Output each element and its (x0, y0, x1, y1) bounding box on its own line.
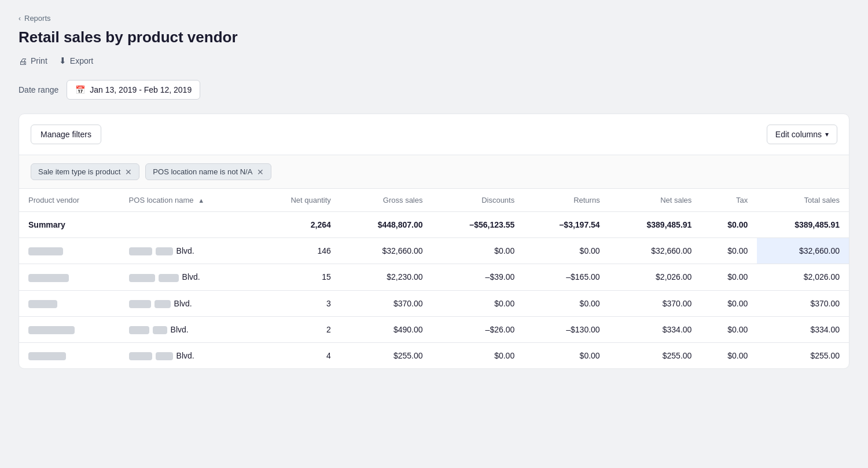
location-redacted-block1 (129, 326, 149, 334)
location-redacted-block1 (129, 300, 151, 308)
returns-cell: –$165.00 (524, 264, 609, 290)
location-suffix: Blvd. (171, 325, 189, 334)
back-arrow-icon: ‹ (19, 14, 21, 23)
returns-cell: $0.00 (524, 238, 609, 264)
breadcrumb[interactable]: ‹ Reports (19, 14, 849, 23)
edit-columns-label: Edit columns (775, 130, 822, 139)
location-cell: Blvd. (120, 316, 256, 342)
net-sales-cell: $32,660.00 (609, 238, 701, 264)
total-sales-cell: $334.00 (757, 316, 849, 342)
print-label: Print (31, 56, 47, 65)
col-gross-sales: Gross sales (340, 189, 432, 212)
location-suffix: Blvd. (176, 351, 194, 360)
gross-sales-cell: $2,230.00 (340, 264, 432, 290)
net-quantity-cell: 4 (255, 343, 340, 369)
location-redacted-block1 (129, 274, 155, 282)
manage-filters-button[interactable]: Manage filters (31, 125, 101, 144)
location-redacted-block1 (129, 247, 152, 255)
discounts-cell: $0.00 (432, 238, 524, 264)
col-total-sales: Total sales (757, 189, 849, 212)
edit-columns-button[interactable]: Edit columns ▾ (767, 125, 837, 144)
toolbar: 🖨 Print ⬇ Export (19, 53, 849, 68)
summary-net-quantity: 2,264 (255, 212, 340, 238)
net-sales-cell: $2,026.00 (609, 264, 701, 290)
location-cell: Blvd. (120, 343, 256, 369)
vendor-redacted-block (28, 326, 75, 334)
filter-tag-label: Sale item type is product (38, 167, 120, 176)
filter-tag-sale-item-type[interactable]: Sale item type is product ✕ (31, 163, 139, 180)
data-table: Product vendor POS location name ▲ Net q… (19, 189, 849, 368)
tax-cell: $0.00 (701, 238, 757, 264)
vendor-cell (19, 264, 120, 290)
location-redacted-block2 (159, 274, 179, 282)
filter-tag-close-icon[interactable]: ✕ (257, 168, 264, 176)
date-row: Date range 📅 Jan 13, 2019 - Feb 12, 2019 (19, 80, 849, 100)
returns-cell: $0.00 (524, 290, 609, 316)
vendor-cell (19, 238, 120, 264)
vendor-cell (19, 316, 120, 342)
col-pos-location[interactable]: POS location name ▲ (120, 189, 256, 212)
col-net-sales: Net sales (609, 189, 701, 212)
manage-filters-label: Manage filters (41, 130, 91, 139)
net-sales-cell: $370.00 (609, 290, 701, 316)
col-net-quantity: Net quantity (255, 189, 340, 212)
filter-tag-pos-location[interactable]: POS location name is not N/A ✕ (145, 163, 271, 180)
print-icon: 🖨 (19, 56, 27, 66)
export-label: Export (70, 56, 93, 65)
breadcrumb-label: Reports (24, 14, 51, 23)
table-row: Blvd.2$490.00–$26.00–$130.00$334.00$0.00… (19, 316, 849, 342)
main-card: Manage filters Edit columns ▾ Sale item … (19, 114, 849, 369)
col-discounts: Discounts (432, 189, 524, 212)
summary-discounts: –$56,123.55 (432, 212, 524, 238)
net-quantity-cell: 15 (255, 264, 340, 290)
summary-total-sales: $389,485.91 (757, 212, 849, 238)
export-button[interactable]: ⬇ Export (59, 53, 93, 68)
summary-row: Summary 2,264 $448,807.00 –$56,123.55 –$… (19, 212, 849, 238)
vendor-cell (19, 290, 120, 316)
summary-gross-sales: $448,807.00 (340, 212, 432, 238)
net-quantity-cell: 2 (255, 316, 340, 342)
col-returns: Returns (524, 189, 609, 212)
net-sales-cell: $334.00 (609, 316, 701, 342)
location-cell: Blvd. (120, 238, 256, 264)
location-suffix: Blvd. (174, 299, 192, 308)
table-row: Blvd.4$255.00$0.00$0.00$255.00$0.00$255.… (19, 343, 849, 369)
export-icon: ⬇ (59, 56, 67, 66)
returns-cell: $0.00 (524, 343, 609, 369)
discounts-cell: –$39.00 (432, 264, 524, 290)
date-range-value: Jan 13, 2019 - Feb 12, 2019 (90, 85, 192, 94)
discounts-cell: $0.00 (432, 290, 524, 316)
print-button[interactable]: 🖨 Print (19, 54, 47, 68)
date-picker-button[interactable]: 📅 Jan 13, 2019 - Feb 12, 2019 (67, 80, 200, 100)
sort-asc-icon: ▲ (198, 197, 204, 204)
summary-label: Summary (19, 212, 120, 238)
location-redacted-block1 (129, 352, 152, 360)
tax-cell: $0.00 (701, 316, 757, 342)
tax-cell: $0.00 (701, 343, 757, 369)
net-sales-cell: $255.00 (609, 343, 701, 369)
summary-tax: $0.00 (701, 212, 757, 238)
summary-returns: –$3,197.54 (524, 212, 609, 238)
filter-tag-close-icon[interactable]: ✕ (125, 168, 132, 176)
net-quantity-cell: 146 (255, 238, 340, 264)
gross-sales-cell: $32,660.00 (340, 238, 432, 264)
location-cell: Blvd. (120, 290, 256, 316)
location-redacted-block2 (153, 326, 167, 334)
table-body: Summary 2,264 $448,807.00 –$56,123.55 –$… (19, 212, 849, 369)
summary-net-sales: $389,485.91 (609, 212, 701, 238)
card-toolbar: Manage filters Edit columns ▾ (19, 114, 849, 155)
net-quantity-cell: 3 (255, 290, 340, 316)
vendor-redacted-block (28, 247, 63, 255)
page-title: Retail sales by product vendor (19, 28, 849, 46)
gross-sales-cell: $255.00 (340, 343, 432, 369)
total-sales-cell: $255.00 (757, 343, 849, 369)
total-sales-cell: $370.00 (757, 290, 849, 316)
tax-cell: $0.00 (701, 290, 757, 316)
vendor-redacted-block (28, 352, 66, 360)
location-redacted-block2 (156, 247, 173, 255)
table-row: Blvd.15$2,230.00–$39.00–$165.00$2,026.00… (19, 264, 849, 290)
location-suffix: Blvd. (176, 246, 194, 255)
table-row: Blvd.3$370.00$0.00$0.00$370.00$0.00$370.… (19, 290, 849, 316)
table-header: Product vendor POS location name ▲ Net q… (19, 189, 849, 212)
col-tax: Tax (701, 189, 757, 212)
